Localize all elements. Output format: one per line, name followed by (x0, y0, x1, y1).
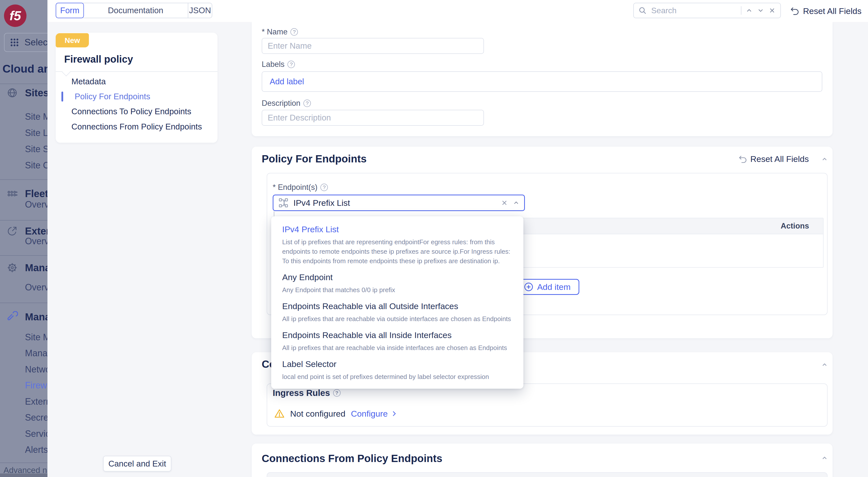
dropdown-connector (274, 211, 274, 217)
dropdown-option-any-endpoint[interactable]: Any Endpoint Any Endpoint that matches 0… (282, 272, 513, 295)
divider (0, 303, 48, 303)
topbar: Form Documentation JSON Reset A (48, 0, 868, 22)
section-title: Connections From Policy Endpoints (262, 452, 442, 465)
close-icon[interactable] (768, 7, 776, 14)
name-label: * Name? (262, 28, 298, 36)
name-input[interactable] (262, 38, 484, 54)
labels-label: Labels? (262, 60, 295, 69)
sidebar: f5 Select s Cloud and Sites Site Map Sit… (0, 0, 48, 477)
option-title: Endpoints Reachable via all Inside Inter… (282, 330, 513, 341)
sidebar-item-site-map[interactable]: Site Map (25, 111, 48, 122)
option-description: All ip prefixes that are reachable via o… (282, 314, 513, 323)
help-icon[interactable]: ? (303, 100, 311, 107)
tab-documentation[interactable]: Documentation (84, 3, 188, 18)
sidebar-item-site-management[interactable]: Site Man (25, 332, 48, 343)
option-description: local end point is set of prefixes deter… (282, 372, 513, 381)
select-service-button[interactable]: Select s (4, 33, 48, 52)
description-label: Description? (262, 99, 311, 108)
wizard-step-connections-from[interactable]: Connections From Policy Endpoints (71, 122, 202, 132)
option-title: IPv4 Prefix List (282, 224, 513, 235)
sidebar-section-label: Fleets (25, 188, 48, 199)
f5-logo[interactable]: f5 (4, 4, 27, 27)
helm-icon (6, 262, 18, 273)
one-of-icon (278, 197, 289, 208)
sidebar-section-label: Sites (25, 87, 48, 99)
collapse-chevron-icon[interactable] (821, 454, 828, 462)
divider (0, 463, 48, 463)
sidebar-item-fleets-overview[interactable]: Overview (25, 199, 48, 210)
section-title: Policy For Endpoints (262, 152, 367, 165)
add-item-label: Add item (537, 282, 570, 292)
search-input[interactable] (651, 6, 737, 15)
add-item-button[interactable]: Add item (515, 279, 579, 295)
warning-icon (274, 408, 285, 419)
dropdown-option-label-selector[interactable]: Label Selector local end point is set of… (282, 359, 513, 381)
wizard-title: Firewall policy (64, 54, 133, 65)
status-badge: New (56, 33, 89, 47)
sidebar-item-manage-overview[interactable]: Overview (25, 282, 48, 293)
status-text: Not configured (290, 409, 345, 419)
sidebar-item-alerts[interactable]: Alerts M (25, 444, 48, 455)
grid-icon (9, 37, 20, 47)
help-icon[interactable]: ? (333, 389, 341, 397)
sidebar-section-label: Manage (25, 311, 48, 322)
cancel-and-exit-button[interactable]: Cancel and Exit (103, 456, 171, 472)
divider-notch (62, 68, 70, 76)
tab-json[interactable]: JSON (188, 3, 212, 18)
reset-all-fields-label: Reset All Fields (803, 6, 862, 16)
wizard-step-connections-to[interactable]: Connections To Policy Endpoints (71, 106, 191, 116)
sidebar-item-site-security[interactable]: Site Secu (25, 144, 48, 155)
help-icon[interactable]: ? (320, 183, 328, 191)
sidebar-item-site-list[interactable]: Site List (25, 128, 48, 138)
wizard-step-policy-for-endpoints[interactable]: Policy For Endpoints (75, 92, 150, 102)
actions-column-header: Actions (781, 222, 809, 231)
section-reset-all-fields-button[interactable]: Reset All Fields (738, 154, 809, 164)
sidebar-item-site-connectivity[interactable]: Site Con (25, 160, 48, 171)
chevron-up-icon[interactable] (745, 7, 753, 14)
sidebar-section-label: Externa (25, 226, 48, 237)
collapse-chevron-icon[interactable] (821, 156, 828, 163)
divider (0, 220, 48, 220)
search-icon (638, 6, 647, 15)
endpoints-label: * Endpoint(s)? (273, 183, 328, 192)
sidebar-item-external[interactable]: External (25, 396, 48, 407)
wizard-nav-card: New Firewall policy Metadata Policy For … (56, 33, 217, 143)
reset-all-fields-button[interactable]: Reset All Fields (790, 0, 862, 22)
select-service-label: Select s (25, 37, 48, 48)
ingress-rules-label: Ingress Rules? (273, 388, 341, 398)
description-input[interactable] (262, 110, 484, 126)
sidebar-item-service[interactable]: Service (25, 428, 48, 439)
configure-link[interactable]: Configure (351, 409, 398, 419)
dropdown-option-ipv4-prefix-list[interactable]: IPv4 Prefix List List of ip prefixes tha… (282, 224, 513, 266)
dropdown-option-inside-interfaces[interactable]: Endpoints Reachable via all Inside Inter… (282, 330, 513, 352)
chevron-down-icon[interactable] (757, 7, 764, 14)
sidebar-item-external-overview[interactable]: Overview (25, 236, 48, 247)
option-title: Label Selector (282, 359, 513, 370)
external-link-icon (6, 225, 18, 237)
wrench-icon (6, 311, 18, 322)
add-label-link[interactable]: Add label (270, 77, 304, 86)
help-icon[interactable]: ? (287, 61, 295, 68)
sidebar-item-secrets[interactable]: Secrets (25, 412, 48, 423)
dropdown-option-outside-interfaces[interactable]: Endpoints Reachable via all Outside Inte… (282, 301, 513, 323)
divider (0, 83, 48, 84)
chevron-up-icon[interactable] (513, 199, 520, 206)
sidebar-item-firewall[interactable]: Firewall (25, 380, 48, 391)
clear-icon[interactable] (501, 199, 508, 207)
plus-circle-icon (524, 282, 534, 292)
endpoint-select[interactable]: IPv4 Prefix List (273, 195, 525, 211)
reset-icon (738, 155, 747, 164)
option-description: All ip prefixes that are reachable via i… (282, 343, 513, 352)
wizard-step-metadata[interactable]: Metadata (71, 77, 106, 87)
view-tabs: Form Documentation JSON (56, 3, 212, 18)
sidebar-item-manage[interactable]: Manage (25, 348, 48, 359)
labels-box: Add label (262, 71, 822, 92)
divider (56, 71, 217, 72)
divider (741, 6, 741, 15)
sidebar-item-networking[interactable]: Network (25, 364, 48, 375)
ingress-status-row: Not configured Configure (274, 408, 398, 419)
ingress-rules-fieldset: Ingress Rules? Not configured Configure (267, 383, 828, 427)
help-icon[interactable]: ? (290, 28, 298, 36)
collapse-chevron-icon[interactable] (821, 361, 828, 368)
tab-form[interactable]: Form (56, 3, 84, 18)
